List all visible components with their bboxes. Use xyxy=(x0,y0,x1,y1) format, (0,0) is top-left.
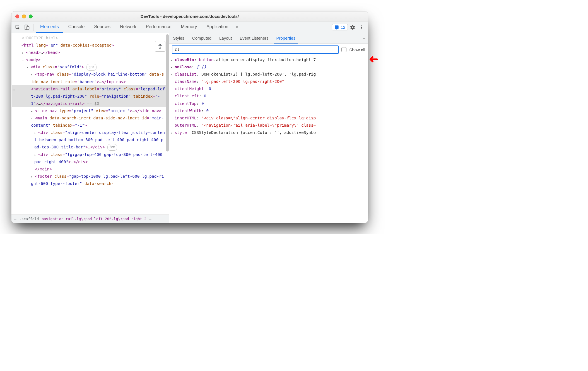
property-row[interactable]: clientWidth: 0 xyxy=(171,107,366,114)
svg-point-4 xyxy=(361,27,362,28)
dom-line[interactable]: <!DOCTYPE html> xyxy=(12,34,168,42)
dom-line[interactable]: <div class="lg:gap-top-400 gap-top-300 p… xyxy=(12,151,168,165)
dom-line[interactable]: </main> xyxy=(12,165,168,173)
breadcrumb-truncated: … xyxy=(149,217,151,221)
devtools-window: DevTools - developer.chrome.com/docs/dev… xyxy=(11,11,368,223)
dom-line[interactable]: <main data-search-inert data-side-nav-in… xyxy=(12,114,168,129)
dom-line[interactable]: <body> xyxy=(12,56,168,63)
elements-panel: <!DOCTYPE html> <html lang="en" data-coo… xyxy=(11,33,169,223)
dom-line[interactable]: <div class="scaffold"> grid xyxy=(12,63,168,71)
dom-line[interactable]: <footer class="gap-top-1000 lg:pad-left-… xyxy=(12,173,168,187)
property-row[interactable]: clientTop: 0 xyxy=(171,100,366,107)
annotation-arrow-icon: ➜ xyxy=(369,52,378,65)
window-title: DevTools - developer.chrome.com/docs/dev… xyxy=(11,14,368,19)
tab-memory[interactable]: Memory xyxy=(176,22,201,33)
filter-row: Show all xyxy=(169,44,368,56)
dom-line[interactable]: <head>…</head> xyxy=(12,49,168,56)
content-split: <!DOCTYPE html> <html lang="en" data-coo… xyxy=(11,33,368,223)
properties-filter-input[interactable] xyxy=(172,45,339,54)
svg-point-3 xyxy=(361,25,362,26)
side-tab-styles[interactable]: Styles xyxy=(171,33,187,44)
accessibility-button[interactable] xyxy=(155,41,165,52)
property-row[interactable]: clientHeight: 0 xyxy=(171,85,366,92)
properties-list[interactable]: closeBtn: button.align-center.display-fl… xyxy=(169,56,368,223)
kebab-menu-icon[interactable] xyxy=(357,23,366,32)
side-tab-event-listeners[interactable]: Event Listeners xyxy=(237,33,271,44)
issues-button[interactable]: 12 xyxy=(332,24,348,30)
property-row[interactable]: className: "lg:pad-left-200 lg:pad-right… xyxy=(171,78,366,85)
window-titlebar: DevTools - developer.chrome.com/docs/dev… xyxy=(11,11,368,21)
dom-line[interactable]: <side-nav type="project" view="project">… xyxy=(12,107,168,114)
svg-rect-2 xyxy=(27,26,29,30)
tab-performance[interactable]: Performance xyxy=(141,22,176,33)
property-row[interactable]: outerHTML: "<navigation-rail aria-label=… xyxy=(171,122,366,129)
side-tab-layout[interactable]: Layout xyxy=(217,33,234,44)
property-row[interactable]: clientLeft: 0 xyxy=(171,92,366,100)
breadcrumb[interactable]: navigation-rail.lg\:pad-left-200.lg\:pad… xyxy=(42,217,146,221)
breadcrumbs: … .scaffold navigation-rail.lg\:pad-left… xyxy=(11,215,169,223)
svg-point-5 xyxy=(361,28,362,29)
inspect-icon[interactable] xyxy=(14,23,22,32)
side-tab-properties[interactable]: Properties xyxy=(274,33,298,44)
breadcrumb-truncated: … xyxy=(14,217,16,221)
dom-tree[interactable]: <!DOCTYPE html> <html lang="en" data-coo… xyxy=(11,33,169,215)
layout-badge-flex[interactable]: flex xyxy=(107,144,117,151)
main-tab-strip: ElementsConsoleSourcesNetworkPerformance… xyxy=(11,21,368,33)
tab-elements[interactable]: Elements xyxy=(36,22,63,33)
issues-count: 12 xyxy=(341,25,345,30)
tabs-overflow[interactable]: » xyxy=(233,22,240,33)
tab-console[interactable]: Console xyxy=(64,22,89,33)
sidebar-panel: StylesComputedLayoutEvent ListenersPrope… xyxy=(169,33,368,223)
tab-network[interactable]: Network xyxy=(115,22,141,33)
dom-line[interactable]: <html lang="en" data-cookies-accepted> xyxy=(12,42,168,49)
breadcrumb[interactable]: .scaffold xyxy=(19,217,39,221)
property-row[interactable]: onClose: ƒ () xyxy=(171,63,366,71)
property-row[interactable]: style: CSSStyleDeclaration {accentColor:… xyxy=(171,129,366,136)
dom-line[interactable]: <top-nav class="display-block hairline-b… xyxy=(12,71,168,85)
settings-gear-icon[interactable] xyxy=(348,23,357,32)
sub-tabs-overflow[interactable]: » xyxy=(362,33,366,44)
dom-line[interactable]: <div class="align-center display-flex ju… xyxy=(12,129,168,151)
layout-badge-grid[interactable]: grid xyxy=(86,64,97,71)
tab-application[interactable]: Application xyxy=(202,22,233,33)
property-row[interactable]: classList: DOMTokenList(2) ['lg:pad-left… xyxy=(171,71,366,78)
device-toggle-icon[interactable] xyxy=(23,23,31,32)
divider xyxy=(33,24,33,31)
show-all-label[interactable]: Show all xyxy=(349,47,365,52)
svg-point-6 xyxy=(160,44,160,45)
side-tab-computed[interactable]: Computed xyxy=(190,33,214,44)
scrollbar[interactable] xyxy=(166,34,169,151)
show-all-checkbox[interactable] xyxy=(341,47,346,52)
property-row[interactable]: closeBtn: button.align-center.display-fl… xyxy=(171,56,366,63)
dom-line-selected[interactable]: <navigation-rail aria-label="primary" cl… xyxy=(12,85,168,107)
tab-sources[interactable]: Sources xyxy=(90,22,115,33)
sub-tab-strip: StylesComputedLayoutEvent ListenersPrope… xyxy=(169,33,368,44)
property-row[interactable]: innerHTML: "<div class=\"align-center di… xyxy=(171,114,366,122)
